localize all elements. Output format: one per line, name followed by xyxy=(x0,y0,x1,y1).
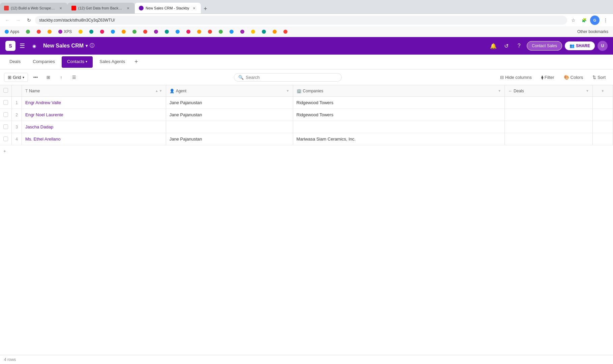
filter-button[interactable]: ⧫ Filter xyxy=(538,73,558,82)
bookmark-7[interactable] xyxy=(98,29,106,34)
col-header-name[interactable]: T Name ▲ ▼ xyxy=(22,85,166,97)
bookmark-3[interactable] xyxy=(35,29,43,34)
bookmark-21[interactable] xyxy=(249,29,257,34)
bookmark-19[interactable] xyxy=(227,29,236,34)
row3-name[interactable]: Jascha Dadap xyxy=(22,121,166,133)
new-tab-button[interactable]: + xyxy=(201,4,210,13)
address-bar[interactable]: stackby.com/stack/sthui8n3Cy3qZ63WTU/ xyxy=(35,16,567,25)
row3-agent[interactable] xyxy=(166,121,293,133)
row3-company[interactable] xyxy=(293,121,505,133)
bookmark-10[interactable] xyxy=(130,29,139,34)
col-header-companies[interactable]: 🏢 Companies ▼ xyxy=(293,85,505,97)
tab1-close[interactable]: ✕ xyxy=(58,5,63,11)
row4-name[interactable]: Ms. Ethel Arellano xyxy=(22,133,166,145)
notifications-bell[interactable]: 🔔 xyxy=(488,41,498,51)
select-all-checkbox-header[interactable] xyxy=(0,85,12,97)
add-row-button[interactable]: + xyxy=(0,146,613,156)
row1-name[interactable]: Engr Andrew Valle xyxy=(22,97,166,109)
browser-tab-3[interactable]: New Sales CRM - Stackby ✕ xyxy=(135,3,201,13)
add-tab-button[interactable]: + xyxy=(132,58,141,66)
bookmark-9[interactable] xyxy=(120,29,128,34)
share-button[interactable]: 👥 SHARE xyxy=(565,41,595,50)
address-text: stackby.com/stack/sthui8n3Cy3qZ63WTU/ xyxy=(39,18,115,23)
group-button[interactable]: ⊞ xyxy=(43,72,54,82)
row1-checkbox[interactable] xyxy=(0,97,12,109)
tab2-close[interactable]: ✕ xyxy=(125,5,131,11)
row2-name[interactable]: Engr Noel Laurente xyxy=(22,109,166,121)
tab-companies[interactable]: Companies xyxy=(27,56,60,68)
row4-deals[interactable] xyxy=(505,133,593,145)
bookmark-22[interactable] xyxy=(260,29,268,34)
user-avatar[interactable]: U xyxy=(597,41,608,51)
row4-company[interactable]: Mariwasa Siam Ceramics, Inc. xyxy=(293,133,505,145)
tab3-label: New Sales CRM - Stackby xyxy=(146,6,189,10)
bookmark-5[interactable] xyxy=(76,29,85,34)
tab-contacts[interactable]: Contacts ▾ xyxy=(62,56,93,68)
back-button[interactable]: ← xyxy=(3,16,12,25)
name-col-sort-asc: ▲ xyxy=(155,89,158,93)
bookmark-20[interactable] xyxy=(238,29,246,34)
hamburger-menu[interactable]: ☰ xyxy=(20,42,25,50)
row2-checkbox[interactable] xyxy=(0,109,12,121)
bookmark-12[interactable] xyxy=(152,29,160,34)
row2-company[interactable]: Ridgewood Towers xyxy=(293,109,505,121)
profile-button[interactable]: G xyxy=(590,16,600,25)
refresh-button[interactable]: ↻ xyxy=(24,16,34,25)
tab-sales-agents[interactable]: Sales Agents xyxy=(94,56,130,68)
bookmark-4[interactable] xyxy=(45,29,54,34)
browser-tab-2[interactable]: (12) Get Data from Backend (No... ✕ xyxy=(67,3,135,13)
tab-deals[interactable]: Deals xyxy=(4,56,26,68)
row4-num: 4 xyxy=(12,133,22,145)
help-button[interactable]: ? xyxy=(514,41,524,51)
search-box[interactable]: 🔍 xyxy=(234,73,342,82)
row4-checkbox[interactable] xyxy=(0,133,12,145)
bm12-favicon xyxy=(154,30,158,34)
row3-checkbox[interactable] xyxy=(0,121,12,133)
description-button[interactable]: ☰ xyxy=(69,72,79,82)
col-header-agent[interactable]: 👤 Agent ▼ xyxy=(166,85,293,97)
row4-agent[interactable]: Jane Pajanustan xyxy=(166,133,293,145)
sort-button[interactable]: ⇅ Sort xyxy=(589,73,609,82)
bookmark-xps[interactable]: XPS xyxy=(56,29,74,35)
grid-view-selector[interactable]: ⊞ Grid ▾ xyxy=(4,73,28,82)
more-options-button[interactable]: ••• xyxy=(31,72,41,82)
hide-columns-button[interactable]: ⊟ Hide columns xyxy=(497,73,535,82)
row2-deals[interactable] xyxy=(505,109,593,121)
bookmark-13[interactable] xyxy=(163,29,171,34)
bookmark-24[interactable] xyxy=(281,29,289,34)
bookmark-star[interactable]: ☆ xyxy=(569,16,578,25)
forward-button[interactable]: → xyxy=(13,16,23,25)
bookmark-apps[interactable]: Apps xyxy=(3,29,21,35)
bookmark-8[interactable] xyxy=(109,29,117,34)
bookmark-14[interactable] xyxy=(174,29,182,34)
tab3-close[interactable]: ✕ xyxy=(191,5,197,11)
browser-tab-1[interactable]: (12) Build a Web Scraper (super... ✕ xyxy=(0,3,67,13)
bookmark-6[interactable] xyxy=(87,29,95,34)
bookmark-18[interactable] xyxy=(217,29,225,34)
row2-agent[interactable]: Jane Pajanustan xyxy=(166,109,293,121)
share-toolbar-button[interactable]: ↑ xyxy=(56,72,66,82)
extensions-button[interactable]: 🧩 xyxy=(579,16,589,25)
history-button[interactable]: ↺ xyxy=(501,41,511,51)
row1-agent[interactable]: Jane Pajanustan xyxy=(166,97,293,109)
bookmark-2[interactable] xyxy=(24,29,32,34)
col-header-deals[interactable]: ↔ Deals ▼ xyxy=(505,85,593,97)
workspace-name[interactable]: New Sales CRM ▾ ⓘ xyxy=(43,43,94,49)
more-menu[interactable]: ⋮ xyxy=(601,16,610,25)
bookmark-11[interactable] xyxy=(141,29,149,34)
bookmark-23[interactable] xyxy=(271,29,279,34)
row1-deals[interactable] xyxy=(505,97,593,109)
tab1-label: (12) Build a Web Scraper (super... xyxy=(11,6,56,10)
contact-sales-button[interactable]: Contact Sales xyxy=(527,41,562,51)
bookmark-16[interactable] xyxy=(195,29,203,34)
row3-deals[interactable] xyxy=(505,121,593,133)
bm8-favicon xyxy=(111,30,115,34)
row1-company[interactable]: Ridgewood Towers xyxy=(293,97,505,109)
bookmark-15[interactable] xyxy=(184,29,192,34)
bookmark-17[interactable] xyxy=(206,29,214,34)
other-bookmarks[interactable]: Other bookmarks xyxy=(575,29,610,35)
colors-button[interactable]: 🎨 Colors xyxy=(560,73,587,82)
add-column-button[interactable]: + xyxy=(593,85,613,97)
row3-extra xyxy=(593,121,613,133)
search-input[interactable] xyxy=(246,75,337,80)
